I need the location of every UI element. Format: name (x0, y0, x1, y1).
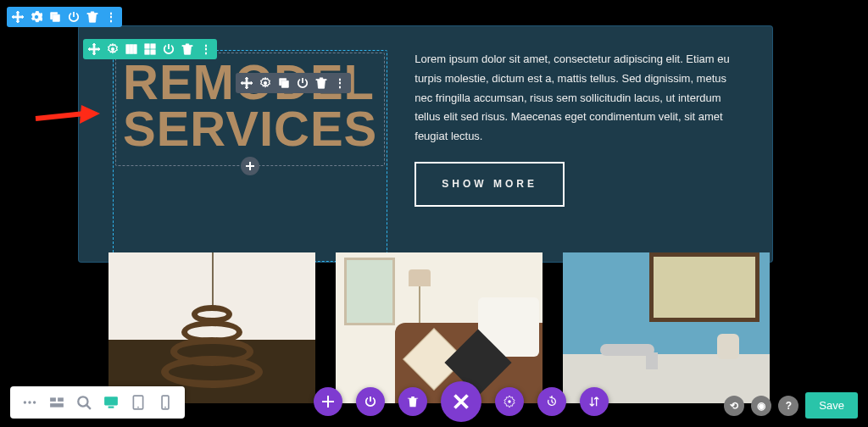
trash-icon[interactable] (86, 11, 98, 23)
history-icon (546, 396, 558, 408)
svg-point-10 (28, 401, 31, 403)
duplicate-icon[interactable] (278, 77, 290, 89)
more-icon[interactable]: ⋮ (334, 76, 346, 90)
module-toolbar[interactable]: ⋮ (236, 73, 351, 93)
more-icon[interactable] (19, 391, 41, 413)
gear-icon[interactable] (259, 77, 271, 89)
tablet-view-icon[interactable] (127, 391, 149, 413)
eye-icon: ◉ (757, 400, 765, 412)
save-button[interactable]: Save (805, 392, 858, 419)
body-column: Lorem ipsum dolor sit amet, consectetur … (415, 50, 738, 262)
body-text: Lorem ipsum dolor sit amet, consectetur … (415, 50, 738, 147)
svg-point-8 (264, 81, 267, 85)
preview-button[interactable]: ◉ (751, 396, 771, 416)
duplicate-icon[interactable] (49, 11, 61, 23)
close-button[interactable] (441, 381, 481, 422)
gear-icon[interactable] (107, 43, 119, 55)
trash-button[interactable] (398, 387, 427, 416)
more-icon[interactable]: ⋮ (200, 42, 212, 56)
phone-view-icon[interactable] (154, 391, 176, 413)
trash-icon[interactable] (315, 77, 327, 89)
power-icon[interactable] (163, 43, 175, 55)
image-card-pendant[interactable] (108, 252, 315, 403)
svg-rect-12 (50, 397, 56, 402)
settings-button[interactable] (495, 387, 524, 416)
annotation-arrow-icon (34, 103, 100, 129)
svg-point-21 (164, 407, 166, 408)
power-button[interactable] (356, 387, 385, 416)
svg-point-9 (24, 401, 26, 403)
text-module[interactable]: REMODEL SERVICES (115, 53, 385, 166)
sort-icon (588, 396, 600, 408)
wireframe-icon[interactable] (46, 391, 68, 413)
more-icon[interactable]: ⋮ (105, 10, 117, 24)
view-toolbar[interactable] (10, 386, 185, 419)
svg-point-22 (508, 400, 511, 403)
desktop-view-icon[interactable] (100, 391, 122, 413)
power-icon[interactable] (297, 77, 309, 89)
power-icon[interactable] (68, 11, 80, 23)
svg-rect-5 (151, 44, 155, 48)
gear-icon[interactable] (31, 11, 42, 23)
gear-icon (504, 396, 515, 408)
svg-rect-1 (126, 45, 130, 54)
zoom-icon[interactable] (73, 391, 95, 413)
svg-point-19 (137, 407, 139, 408)
move-icon[interactable] (88, 43, 100, 55)
help-icon: ? (786, 400, 792, 412)
history-button[interactable] (537, 387, 566, 416)
trash-icon[interactable] (181, 43, 193, 55)
move-icon[interactable] (241, 77, 253, 89)
save-toolbar[interactable]: ⟲ ◉ ? Save (724, 392, 858, 419)
section[interactable]: REMODEL SERVICES Lorem ipsum dolor sit a… (78, 25, 773, 263)
sort-button[interactable] (580, 387, 609, 416)
page-action-bar[interactable] (314, 381, 609, 422)
svg-rect-6 (145, 50, 149, 54)
svg-rect-3 (134, 45, 137, 54)
power-icon (364, 396, 376, 408)
trash-icon (407, 396, 419, 408)
show-more-button[interactable]: SHOW MORE (415, 162, 565, 207)
svg-rect-2 (130, 45, 133, 54)
undo-button[interactable]: ⟲ (724, 396, 744, 416)
add-button[interactable] (314, 387, 342, 416)
svg-rect-4 (145, 44, 149, 48)
add-module-button[interactable] (241, 157, 259, 175)
heading-line-2: SERVICES (123, 105, 377, 152)
svg-rect-7 (151, 50, 155, 54)
svg-rect-14 (50, 403, 64, 408)
row-toolbar[interactable]: ⋮ (83, 39, 217, 59)
svg-point-11 (33, 401, 36, 403)
section-toolbar[interactable]: ⋮ (7, 7, 122, 27)
svg-point-0 (111, 47, 114, 51)
undo-icon: ⟲ (730, 400, 738, 412)
plus-icon (246, 162, 254, 170)
columns-icon[interactable] (125, 43, 137, 55)
plus-icon (322, 396, 334, 408)
close-icon (453, 393, 470, 410)
svg-rect-17 (108, 407, 114, 408)
svg-rect-16 (104, 396, 118, 405)
svg-point-15 (78, 396, 87, 406)
grid-icon[interactable] (144, 43, 156, 55)
move-icon[interactable] (12, 11, 24, 23)
help-button[interactable]: ? (778, 396, 798, 416)
svg-rect-13 (58, 397, 64, 402)
